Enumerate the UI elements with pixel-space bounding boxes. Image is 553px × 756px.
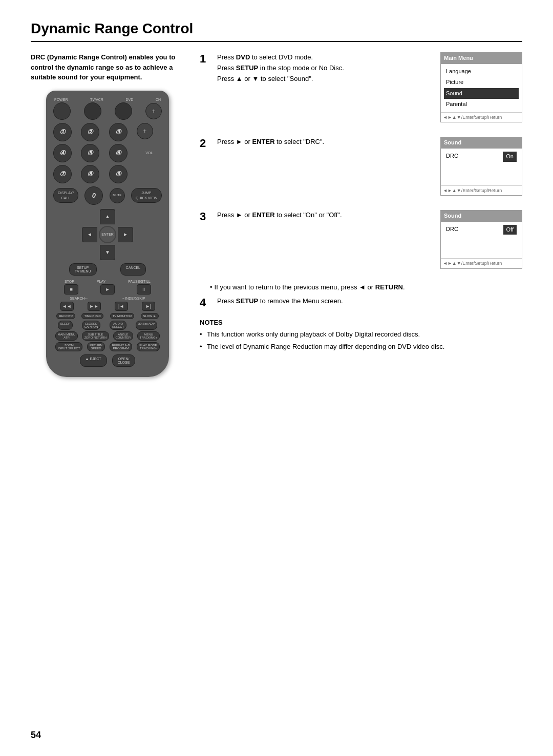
pause-label: PAUSE/STILL: [128, 280, 151, 283]
notes-section: NOTES This function works only during pl…: [200, 319, 522, 353]
step-2-number: 2: [200, 138, 210, 149]
prev-button[interactable]: |◄: [115, 302, 128, 311]
screen-1: Main Menu Language Picture Sound Parenta…: [440, 52, 522, 122]
tv-monitor-button[interactable]: TV MONITOR: [110, 313, 135, 319]
30sec-button[interactable]: 30 Sec ADV: [136, 321, 157, 330]
intro-text: DRC (Dynamic Range Control) enables you …: [31, 52, 184, 82]
rec-row: REC/OTR TIMER REC TV MONITOR SLOW ►: [53, 313, 162, 319]
screen-1-footer: ◄►▲▼/Enter/Setup/Return: [441, 112, 522, 122]
screen-1-row-language: Language: [444, 66, 519, 77]
screen-2-drc-row: DRC On: [444, 151, 519, 163]
num-0-button[interactable]: 0: [84, 186, 103, 205]
dpad-area: ▲ ▼ ◄ ► ENTER SETUPTV MENU CANCEL: [53, 209, 162, 276]
search-row: SEARCH← →INDEX/SKIP: [53, 297, 162, 300]
ch-plus-button[interactable]: +: [145, 103, 162, 119]
note-item-1: This function works only during playback…: [200, 329, 522, 340]
transport-buttons: ■ ► ⏸: [53, 284, 162, 295]
mute-label: MUTE: [113, 194, 121, 197]
dpad-left-button[interactable]: ◄: [82, 227, 97, 242]
page-title: Dynamic Range Control: [31, 20, 522, 42]
ch-label: CH: [156, 98, 161, 101]
play-label: PLAY: [97, 280, 105, 283]
tv-vcr-label: TV/VCR: [90, 98, 103, 101]
jump-button[interactable]: JUMPQUICK VIEW: [131, 188, 162, 202]
return-button[interactable]: RETURNSPEED: [87, 342, 105, 351]
dpad-down-button[interactable]: ▼: [100, 245, 115, 260]
closed-caption-button[interactable]: CLOSEDCAPTION: [82, 321, 101, 330]
tv-vcr-button[interactable]: [84, 102, 101, 120]
angle-button[interactable]: ANGLECOUNTER: [113, 331, 134, 341]
return-note: • If you want to return to the previous …: [200, 283, 522, 291]
stop-button[interactable]: ■: [64, 284, 78, 295]
transport-section: STOP PLAY PAUSE/STILL ■ ► ⏸ SEARCH← →IND…: [53, 280, 162, 367]
num-9-button[interactable]: ⑨: [109, 165, 127, 183]
screen-1-title: Main Menu: [441, 53, 522, 64]
cancel-button[interactable]: CANCEL: [120, 263, 146, 276]
mute-button[interactable]: MUTE: [110, 188, 125, 203]
search-label: SEARCH←: [70, 297, 88, 300]
main-menu-button[interactable]: MAIN MENUATR: [55, 331, 78, 341]
ffwd-button[interactable]: ►►: [88, 302, 101, 311]
step-3: 3 Sound DRC Off ◄►▲▼/Enter/Setup/Return: [200, 210, 522, 269]
dpad-right-button[interactable]: ►: [118, 227, 133, 242]
step-2: 2 Sound DRC On ◄►▲▼/Enter/Setup/Return: [200, 137, 522, 196]
vol-plus-button[interactable]: +: [137, 123, 153, 139]
eject-button[interactable]: ▲ EJECT: [80, 354, 107, 367]
slow-button[interactable]: SLOW ►: [141, 313, 159, 319]
open-close-button[interactable]: OPEN/CLOSE: [112, 354, 136, 367]
setup-button[interactable]: SETUPTV MENU: [69, 263, 97, 276]
screen-2: Sound DRC On ◄►▲▼/Enter/Setup/Return: [440, 137, 522, 196]
step-3-number: 3: [200, 211, 210, 222]
step-4-text: Press SETUP to remove the Menu screen.: [217, 296, 522, 307]
sleep-row: SLEEP CLOSEDCAPTION AUDIOSELECT 30 Sec A…: [53, 321, 162, 330]
remote-control: POWER TV/VCR DVD CH + ① ② ③: [46, 91, 169, 377]
num-8-button[interactable]: ⑧: [81, 165, 99, 183]
power-button[interactable]: [53, 102, 71, 120]
screen-3-drc-row: DRC Off: [444, 224, 519, 236]
num-2-button[interactable]: ②: [81, 123, 99, 141]
spacer: [137, 165, 153, 183]
note-item-2: The level of Dynamic Range Reduction may…: [200, 342, 522, 352]
notes-list: This function works only during playback…: [200, 329, 522, 353]
stop-label: STOP: [65, 280, 74, 283]
dvd-button[interactable]: [115, 102, 132, 120]
zoom-button[interactable]: ZOOMINPUT SELECT: [55, 342, 82, 351]
num-6-button[interactable]: ⑥: [109, 144, 127, 162]
repeat-ab-button[interactable]: REPEAT A-BPROGRAM: [110, 342, 133, 351]
play-mode-button[interactable]: PLAY MODETRACKING-: [137, 342, 159, 351]
index-skip-label: →INDEX/SKIP: [121, 297, 145, 300]
sub-title-button[interactable]: SUB TITLEZERO RETURN: [82, 331, 109, 341]
notes-title: NOTES: [200, 319, 522, 326]
vol-label: VOL: [137, 144, 162, 162]
dpad-up-button[interactable]: ▲: [100, 209, 115, 224]
step-1: 1 Main Menu Language Picture Sound Paren…: [200, 52, 522, 122]
screen-3-drc-value: Off: [503, 225, 517, 235]
pause-button[interactable]: ⏸: [137, 284, 151, 295]
menu-button[interactable]: MENUTRACKING+: [137, 331, 160, 341]
next-button[interactable]: ►|: [142, 302, 155, 311]
num-3-button[interactable]: ③: [109, 123, 127, 141]
sleep-button[interactable]: SLEEP: [58, 321, 73, 330]
instructions-column: 1 Main Menu Language Picture Sound Paren…: [200, 52, 522, 377]
audio-select-button[interactable]: AUDIOSELECT: [110, 321, 126, 330]
screen-3-spacer: [444, 236, 519, 256]
setup-cancel-row: SETUPTV MENU CANCEL: [69, 263, 146, 276]
num-7-button[interactable]: ⑦: [53, 165, 72, 183]
remote-top-labels: POWER TV/VCR DVD CH: [53, 98, 162, 101]
num-4-button[interactable]: ④: [53, 144, 72, 162]
play-button[interactable]: ►: [100, 284, 115, 295]
screen-1-row-picture: Picture: [444, 77, 519, 88]
return-note-text: If you want to return to the previous me…: [215, 283, 405, 291]
num-5-button[interactable]: ⑤: [81, 144, 99, 162]
rew-ffwd-row: ◄◄ ►► |◄ ►|: [53, 302, 162, 311]
num-1-button[interactable]: ①: [53, 123, 72, 141]
screen-3-title: Sound: [441, 211, 522, 222]
screen-1-row-sound: Sound: [444, 88, 519, 99]
screen-3: Sound DRC Off ◄►▲▼/Enter/Setup/Return: [440, 210, 522, 269]
rew-button[interactable]: ◄◄: [60, 302, 74, 311]
top-buttons-row: +: [53, 102, 162, 120]
display-call-button[interactable]: DISPLAY/CALL: [53, 188, 78, 202]
rec-otr-button[interactable]: REC/OTR: [56, 313, 75, 319]
enter-button[interactable]: ENTER: [99, 226, 116, 243]
timer-rec-button[interactable]: TIMER REC: [81, 313, 103, 319]
